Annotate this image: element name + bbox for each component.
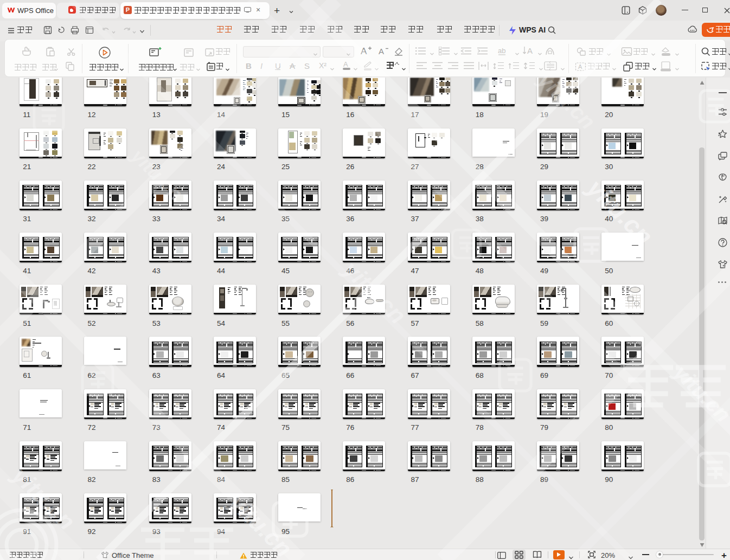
svg-text:A: A <box>379 47 384 56</box>
svg-text:A: A <box>343 60 348 68</box>
svg-text:A: A <box>361 46 367 56</box>
svg-text:A: A <box>578 63 582 70</box>
svg-text:A: A <box>527 46 533 55</box>
svg-text:X²: X² <box>319 61 326 70</box>
svg-text:ab: ab <box>498 47 505 55</box>
